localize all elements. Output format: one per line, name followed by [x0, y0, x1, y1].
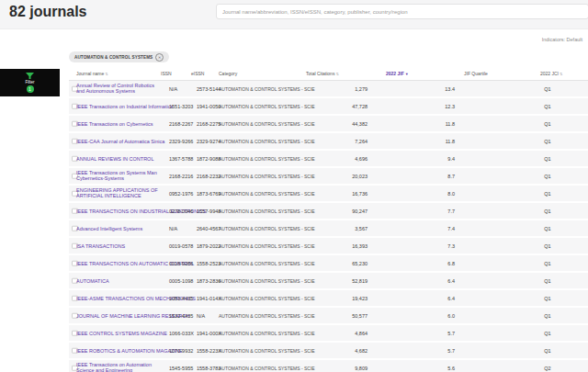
- jif-value: 5.7: [409, 347, 455, 354]
- jif-value: 5.7: [409, 330, 455, 336]
- filter-button[interactable]: Filter 1: [0, 69, 60, 96]
- issn-value: 1367-5788: [169, 155, 193, 162]
- column-header-category: Category: [219, 71, 237, 76]
- table-row: Annual Review of Control Robotics and Au…: [69, 81, 588, 96]
- sort-icon[interactable]: ⇅: [560, 72, 562, 76]
- table-row: ISA TRANSACTIONS0019-05781879-2022AUTOMA…: [69, 238, 588, 254]
- indicators-default-label[interactable]: Indicators: Default: [542, 37, 582, 42]
- total-citations-value: 50,577: [312, 312, 368, 319]
- issn-value: 1551-3203: [169, 103, 193, 109]
- quartile-value: Q1: [524, 155, 571, 162]
- journal-name-link[interactable]: IEEE Transactions on Automation Science …: [76, 362, 164, 372]
- journal-name-link[interactable]: IEEE-ASME TRANSACTIONS ON MECHATRONICS: [76, 295, 164, 301]
- jif-value: 9.4: [409, 155, 455, 162]
- jif-value: 7.4: [409, 225, 455, 231]
- column-header-jif-quartile: JIF Quartile: [464, 71, 488, 76]
- jif-value: 11.8: [409, 120, 455, 127]
- quartile-value: Q1: [524, 120, 571, 127]
- eissn-value: 2573-5144: [197, 85, 220, 92]
- sort-icon[interactable]: ⇅: [335, 72, 338, 76]
- column-header-journal-name[interactable]: Journal name⇅: [76, 71, 108, 76]
- journal-name-link[interactable]: JOURNAL OF MACHINE LEARNING RESEARCH: [76, 312, 164, 319]
- table-row: IEEE-CAA Journal of Automatica Sinica232…: [69, 133, 588, 149]
- eissn-value: 1879-2022: [197, 242, 220, 249]
- journal-name-link[interactable]: IEEE Transactions on Systems Man Cyberne…: [76, 170, 164, 182]
- column-header-eissn: eISSN: [191, 71, 204, 76]
- eissn-value: 1558-2523: [197, 260, 220, 266]
- total-citations-value: 16,736: [312, 190, 368, 197]
- total-citations-value: 1,279: [312, 85, 368, 92]
- total-citations-value: 4,682: [312, 347, 368, 354]
- quartile-value: Q1: [524, 330, 571, 336]
- table-row: IEEE Transactions on Systems Man Cyberne…: [69, 168, 588, 184]
- jif-value: 5.6: [409, 365, 455, 371]
- quartile-value: Q1: [524, 190, 571, 197]
- quartile-value: Q1: [524, 295, 571, 301]
- quartile-value: Q1: [524, 138, 571, 144]
- eissn-value: 1941-000X: [197, 330, 221, 336]
- journal-name-link[interactable]: IEEE Transactions on Cybernetics: [76, 120, 164, 127]
- quartile-value: Q1: [524, 312, 571, 319]
- column-header-total-citations[interactable]: Total Citations⇅: [306, 71, 339, 76]
- filter-button-label: Filter: [26, 80, 35, 85]
- issn-value: 1070-9932: [169, 347, 193, 354]
- journals-page: 82 journals Indicators: Default AUTOMATI…: [0, 0, 588, 372]
- total-citations-value: 65,230: [312, 260, 368, 266]
- page-title: 82 journals: [9, 4, 86, 20]
- total-citations-value: 90,247: [312, 208, 368, 214]
- journal-name-link[interactable]: IEEE TRANSACTIONS ON INDUSTRIAL ELECTRON…: [76, 208, 164, 214]
- jif-value: 12.3: [409, 103, 455, 109]
- journal-name-link[interactable]: AUTOMATICA: [76, 277, 164, 284]
- table-row: IEEE Transactions on Industrial Informat…: [69, 98, 588, 114]
- sort-desc-icon[interactable]: ▼: [405, 72, 409, 76]
- journal-name-link[interactable]: IEEE-CAA Journal of Automatica Sinica: [76, 138, 164, 144]
- table-header-row: Journal name⇅ ISSN eISSN Category Total …: [69, 68, 588, 81]
- quartile-value: Q2: [524, 365, 571, 371]
- jif-value: 6.4: [409, 277, 455, 284]
- search-input[interactable]: [216, 4, 588, 19]
- total-citations-value: 47,728: [312, 103, 368, 109]
- eissn-value: 1941-0050: [197, 103, 220, 109]
- total-citations-value: 3,567: [312, 225, 368, 231]
- jif-value: 6.8: [409, 260, 455, 266]
- issn-value: 0952-1976: [169, 190, 193, 197]
- eissn-value: 1873-2836: [197, 277, 220, 284]
- table-row: ENGINEERING APPLICATIONS OF ARTIFICIAL I…: [69, 186, 588, 201]
- eissn-value: 2168-2275: [197, 120, 220, 127]
- journal-name-link[interactable]: IEEE TRANSACTIONS ON AUTOMATIC CONTROL: [76, 260, 164, 266]
- journal-name-link[interactable]: ENGINEERING APPLICATIONS OF ARTIFICIAL I…: [76, 187, 164, 199]
- journal-name-link[interactable]: IEEE Transactions on Industrial Informat…: [76, 103, 164, 109]
- eissn-value: 1872-9088: [197, 155, 220, 162]
- issn-value: 2329-9266: [169, 138, 193, 144]
- eissn-value: 1557-9948: [197, 208, 220, 214]
- total-citations-value: 52,819: [312, 277, 368, 284]
- filter-chip-label: AUTOMATION & CONTROL SYSTEMS: [74, 55, 153, 60]
- journal-name-link[interactable]: ANNUAL REVIEWS IN CONTROL: [76, 155, 164, 162]
- table-row: ANNUAL REVIEWS IN CONTROL1367-57881872-9…: [69, 151, 588, 166]
- journal-name-link[interactable]: Annual Review of Control Robotics and Au…: [76, 83, 164, 95]
- total-citations-value: 9,809: [312, 365, 368, 371]
- sort-icon[interactable]: ⇅: [105, 72, 107, 76]
- jif-value: 7.3: [409, 242, 455, 249]
- journal-name-link[interactable]: ISA TRANSACTIONS: [76, 242, 164, 249]
- column-header-2022-jci[interactable]: 2022 JCI⇅: [540, 71, 562, 76]
- jif-value: 11.8: [409, 138, 455, 144]
- total-citations-value: 7,264: [312, 138, 368, 144]
- table-row: IEEE CONTROL SYSTEMS MAGAZINE1066-033X19…: [69, 325, 588, 341]
- column-header-2022-jif[interactable]: 2022 JIF▼: [386, 71, 409, 76]
- table-body: Annual Review of Control Robotics and Au…: [69, 81, 588, 372]
- journal-name-link[interactable]: Advanced Intelligent Systems: [76, 225, 164, 231]
- funnel-icon: [26, 73, 34, 79]
- remove-filter-icon[interactable]: ✕: [155, 53, 164, 62]
- quartile-value: Q1: [524, 208, 571, 214]
- total-citations-value: 19,423: [312, 295, 368, 301]
- eissn-value: 2640-4567: [197, 225, 220, 231]
- journal-name-link[interactable]: IEEE CONTROL SYSTEMS MAGAZINE: [76, 330, 164, 336]
- category-filter-chip[interactable]: AUTOMATION & CONTROL SYSTEMS ✕: [69, 51, 169, 62]
- eissn-value: 2329-9274: [197, 138, 220, 144]
- total-citations-value: 20,023: [312, 173, 368, 179]
- issn-value: 0278-0046: [169, 208, 193, 214]
- total-citations-value: 4,864: [312, 330, 368, 336]
- eissn-value: 1558-3783: [197, 365, 220, 371]
- journal-name-link[interactable]: IEEE ROBOTICS & AUTOMATION MAGAZINE: [76, 347, 164, 354]
